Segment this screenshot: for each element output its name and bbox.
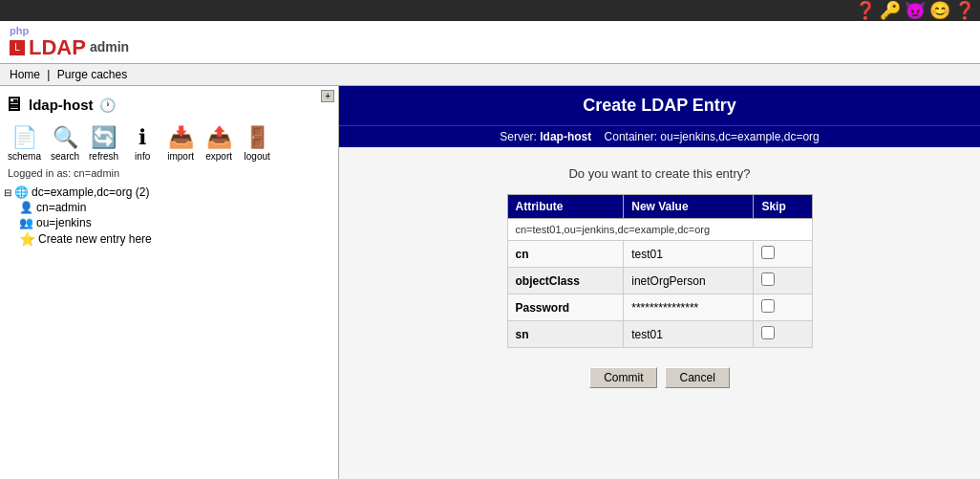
ldap-box-icon: L xyxy=(10,40,25,55)
php-text: php xyxy=(10,25,29,36)
tree-item-admin[interactable]: 👤 cn=admin xyxy=(19,200,334,215)
col-skip: Skip xyxy=(754,195,812,219)
tree-root-label: dc=example,dc=org (2) xyxy=(32,185,149,199)
refresh-button[interactable]: 🔄 refresh xyxy=(85,123,122,163)
search-icon: 🔍 xyxy=(53,125,78,150)
create-entry-item[interactable]: ⭐ Create new entry here xyxy=(19,230,334,248)
password-checkbox[interactable] xyxy=(761,299,775,313)
top-icon-group: ❓ 🔑 👿 😊 ❓ xyxy=(854,0,976,21)
tree-root[interactable]: ⊟ 🌐 dc=example,dc=org (2) xyxy=(4,185,334,200)
info-button[interactable]: ℹ info xyxy=(124,123,160,163)
schema-label: schema xyxy=(8,151,41,162)
tree-children: 👤 cn=admin 👥 ou=jenkins ⭐ Create new ent… xyxy=(4,200,334,248)
search-label: search xyxy=(51,151,79,162)
cn-checkbox[interactable] xyxy=(761,246,775,259)
refresh-icon: 🔄 xyxy=(91,125,117,150)
logout-icon: 🚪 xyxy=(245,125,270,150)
export-button[interactable]: 📤 export xyxy=(201,123,237,163)
dn-value: cn=test01,ou=jenkins,dc=example,dc=org xyxy=(507,219,812,241)
col-attribute: Attribute xyxy=(507,195,624,219)
attr-objectclass-label: objectClass xyxy=(507,268,624,294)
table-row: sn test01 xyxy=(507,321,812,348)
content-subheader: Server: ldap-host Container: ou=jenkins,… xyxy=(339,125,980,147)
content-title: Create LDAP Entry xyxy=(339,86,980,125)
search-button[interactable]: 🔍 search xyxy=(47,123,83,163)
purge-caches-link[interactable]: Purge caches xyxy=(57,68,127,81)
admin-user-icon: 👤 xyxy=(19,201,33,214)
attr-cn-label: cn xyxy=(507,241,624,268)
tree-container: ⊟ 🌐 dc=example,dc=org (2) 👤 cn=admin 👥 o… xyxy=(4,183,334,250)
navbar: Home | Purge caches xyxy=(0,64,980,86)
smiley-icon[interactable]: 😊 xyxy=(928,0,951,21)
sidebar-header: 🖥 ldap-host 🕐 xyxy=(4,90,321,120)
question-text: Do you want to create this entry? xyxy=(568,166,750,181)
sidebar: + 🖥 ldap-host 🕐 📄 schema 🔍 search 🔄 refr… xyxy=(0,86,339,479)
info-label: info xyxy=(135,151,150,162)
main-layout: + 🖥 ldap-host 🕐 📄 schema 🔍 search 🔄 refr… xyxy=(0,86,980,479)
tree-item-jenkins[interactable]: 👥 ou=jenkins xyxy=(19,215,334,230)
import-button[interactable]: 📥 import xyxy=(162,123,199,163)
info-icon: ℹ xyxy=(138,125,146,150)
content-area: Create LDAP Entry Server: ldap-host Cont… xyxy=(339,86,980,479)
header: php L LDAP admin xyxy=(0,21,980,64)
server-name: ldap-host xyxy=(29,97,94,113)
devil-icon[interactable]: 👿 xyxy=(904,0,927,21)
logout-label: logout xyxy=(245,151,270,162)
container-label: Container: xyxy=(605,130,657,143)
attr-password-skip[interactable] xyxy=(754,294,812,321)
key-icon[interactable]: 🔑 xyxy=(879,0,902,21)
commit-button[interactable]: Commit xyxy=(589,367,657,388)
jenkins-group-icon: 👥 xyxy=(19,216,33,229)
attr-sn-label: sn xyxy=(507,321,624,348)
cancel-button[interactable]: Cancel xyxy=(665,367,729,388)
schema-icon: 📄 xyxy=(11,125,37,150)
table-row: cn test01 xyxy=(507,241,812,268)
star-icon: ⭐ xyxy=(19,231,35,247)
attr-password-label: Password xyxy=(507,294,624,321)
import-icon: 📥 xyxy=(168,125,194,150)
home-link[interactable]: Home xyxy=(10,68,40,81)
col-new-value: New Value xyxy=(624,195,754,219)
server-label: Server: xyxy=(500,130,537,143)
subheader-container: ou=jenkins,dc=example,dc=org xyxy=(660,130,819,143)
refresh-label: refresh xyxy=(89,151,118,162)
server-icon: 🖥 xyxy=(4,94,23,116)
help-icon[interactable]: ❓ xyxy=(854,0,877,21)
attr-cn-value: test01 xyxy=(624,241,754,268)
expand-button[interactable]: + xyxy=(321,90,334,102)
attr-password-value: *************** xyxy=(624,294,754,321)
topbar: ❓ 🔑 👿 😊 ❓ xyxy=(0,0,980,21)
attr-sn-skip[interactable] xyxy=(754,321,812,348)
export-label: export xyxy=(205,151,232,162)
import-label: import xyxy=(167,151,194,162)
toolbar: 📄 schema 🔍 search 🔄 refresh ℹ info 📥 imp… xyxy=(4,123,334,163)
table-row: Password *************** xyxy=(507,294,812,321)
info-icon-top[interactable]: ❓ xyxy=(953,0,976,21)
jenkins-label: ou=jenkins xyxy=(36,216,92,229)
attr-cn-skip[interactable] xyxy=(754,241,812,268)
clock-icon: 🕐 xyxy=(99,98,116,113)
logo: php L LDAP admin xyxy=(10,25,129,59)
button-row: Commit Cancel xyxy=(589,367,730,388)
export-icon: 📤 xyxy=(206,125,232,150)
admin-text: admin xyxy=(90,40,129,54)
nav-separator: | xyxy=(47,68,50,81)
create-entry-label: Create new entry here xyxy=(38,232,152,246)
content-body: Do you want to create this entry? Attrib… xyxy=(339,147,980,407)
dn-row: cn=test01,ou=jenkins,dc=example,dc=org xyxy=(507,219,812,241)
tree-root-globe-icon: 🌐 xyxy=(14,185,29,199)
schema-button[interactable]: 📄 schema xyxy=(4,123,45,163)
logout-button[interactable]: 🚪 logout xyxy=(239,123,275,163)
sn-checkbox[interactable] xyxy=(761,326,775,339)
table-row: objectClass inetOrgPerson xyxy=(507,268,812,294)
objectclass-checkbox[interactable] xyxy=(761,272,775,286)
subheader-server-name: ldap-host xyxy=(540,130,591,143)
ldap-text: LDAP xyxy=(29,36,86,59)
tree-collapse-icon[interactable]: ⊟ xyxy=(4,187,11,198)
logged-in-text: Logged in as: cn=admin xyxy=(8,167,334,179)
attr-objectclass-skip[interactable] xyxy=(754,268,812,294)
admin-label: cn=admin xyxy=(36,201,86,214)
attr-objectclass-value: inetOrgPerson xyxy=(624,268,754,294)
ldap-table: Attribute New Value Skip cn=test01,ou=je… xyxy=(507,194,813,348)
attr-sn-value: test01 xyxy=(624,321,754,348)
